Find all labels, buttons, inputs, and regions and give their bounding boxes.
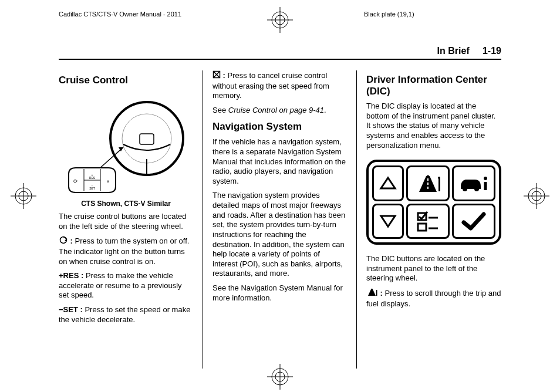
column-separator-2 (356, 70, 357, 369)
dic-trip-button (406, 165, 450, 201)
onoff-colon: : (68, 236, 73, 245)
trip-body: Press to scroll through the trip and fue… (366, 289, 501, 308)
dic-p1: The DIC display is located at the bottom… (366, 102, 501, 150)
registration-mark-left (11, 183, 36, 209)
column-3: Driver Information Center (DIC) The DIC … (359, 70, 501, 369)
trip-road-icon (413, 171, 443, 195)
registration-mark-right (524, 183, 549, 209)
heading-dic: Driver Information Center (DIC) (366, 74, 501, 97)
checkmark-icon (459, 209, 488, 233)
res-label: +RES : (59, 271, 83, 280)
cruise-set-line: −SET : Press to set the speed or make th… (59, 305, 193, 325)
svg-point-39 (427, 175, 430, 178)
svg-point-17 (122, 114, 171, 163)
trip-icon-inline (366, 288, 378, 299)
svg-rect-52 (376, 290, 377, 296)
svg-point-42 (463, 187, 467, 191)
checklist-icon (413, 209, 443, 233)
trip-colon: : (378, 289, 383, 298)
svg-point-43 (474, 187, 479, 191)
content-columns: Cruise Control (59, 70, 501, 369)
svg-marker-46 (381, 216, 395, 227)
svg-point-53 (371, 289, 373, 290)
cruise-cancel-line: : Press to cancel cruise control without… (212, 70, 347, 101)
svg-text:⟳: ⟳ (73, 178, 78, 184)
onoff-body: Press to turn the system on or off. The … (59, 236, 189, 266)
column-2: : Press to cancel cruise control without… (205, 70, 354, 369)
svg-rect-49 (418, 224, 426, 231)
cruise-intro: The cruise control buttons are located o… (59, 212, 193, 231)
set-label: −SET : (59, 305, 83, 314)
registration-mark-top (267, 7, 293, 33)
svg-marker-36 (381, 178, 395, 188)
svg-rect-40 (438, 178, 440, 191)
heading-navigation: Navigation System (212, 120, 347, 133)
plate-info: Black plate (19,1) (364, 11, 414, 18)
heading-cruise-control: Cruise Control (59, 74, 193, 87)
svg-text:⊠: ⊠ (107, 180, 109, 183)
dic-customization-button (406, 204, 450, 239)
see-ital: Cruise Control on page 9-41 (228, 106, 324, 114)
svg-rect-45 (484, 182, 487, 190)
manual-title: Cadillac CTS/CTS-V Owner Manual - 2011 (59, 11, 181, 18)
up-triangle-icon (379, 176, 397, 190)
dic-vehicle-info-button (452, 165, 495, 201)
car-info-icon (457, 171, 490, 195)
nav-p1: If the vehicle has a navigation system, … (212, 137, 347, 186)
dic-set-reset-button (452, 204, 495, 239)
dic-p2: The DIC buttons are located on the instr… (366, 254, 501, 283)
see-cruise-ref: See Cruise Control on page 9-41. (212, 106, 347, 116)
svg-marker-51 (368, 289, 376, 296)
svg-point-41 (438, 177, 440, 179)
svg-rect-19 (140, 134, 154, 144)
svg-text:SET: SET (89, 187, 95, 190)
svg-text:RES: RES (89, 176, 95, 180)
page-number: 1-19 (483, 46, 501, 56)
cruise-res-line: +RES : Press to make the vehicle acceler… (59, 271, 193, 300)
dic-trip-line: : Press to scroll through the trip and f… (366, 288, 501, 309)
dic-up-button (372, 165, 404, 201)
cruise-onoff-icon (59, 236, 68, 247)
page-header: In Brief 1-19 (59, 46, 501, 60)
see-post: . (324, 106, 326, 114)
nav-p2: The navigation system provides detailed … (212, 191, 347, 279)
dic-down-button (372, 204, 404, 239)
cruise-onoff-line: : Press to turn the system on or off. Th… (59, 236, 193, 266)
dic-buttons-figure (366, 160, 501, 245)
steering-wheel-figure: ⟳ + RES − SET ⊠ (62, 92, 191, 197)
see-pre: See (212, 106, 228, 114)
section-name: In Brief (437, 46, 470, 56)
cancel-colon: : (221, 71, 225, 80)
svg-point-44 (484, 177, 487, 180)
column-separator-1 (203, 70, 203, 369)
figure-caption: CTS Shown, CTS-V Similar (59, 200, 193, 208)
nav-p3: See the Navigation System Manual for mor… (212, 283, 347, 303)
down-triangle-icon (379, 214, 397, 228)
cruise-cancel-icon (212, 70, 221, 82)
column-1: Cruise Control (59, 70, 200, 369)
page: Cadillac CTS/CTS-V Owner Manual - 2011 B… (0, 0, 560, 392)
cancel-body: Press to cancel cruise control without e… (212, 71, 329, 100)
